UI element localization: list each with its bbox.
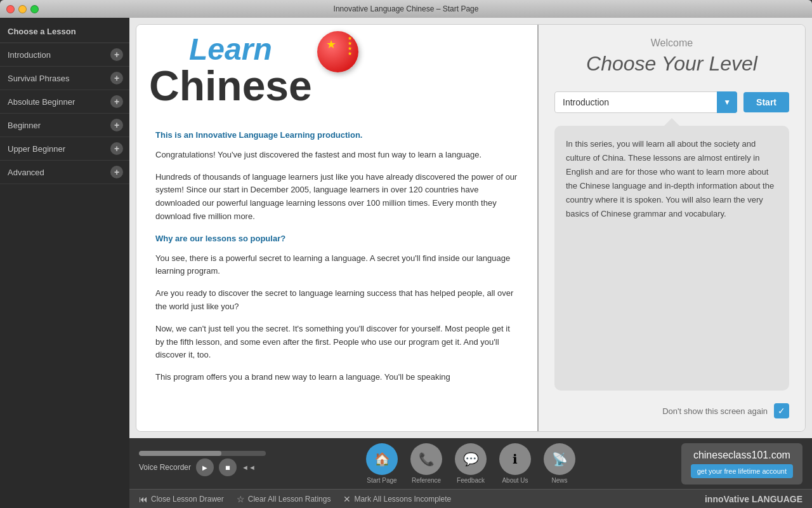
expand-icon[interactable]: +	[110, 72, 123, 84]
description-box: In this series, you will learn all about…	[554, 126, 789, 391]
sidebar: Choose a Lesson Introduction + Survival …	[0, 18, 129, 508]
paragraph-hundreds: Hundreds of thousands of language learne…	[155, 171, 518, 224]
chinese-text: Chinese	[149, 65, 312, 107]
skip-back-icon: ⏮	[139, 494, 148, 504]
learn-text: Learn	[149, 34, 312, 65]
clear-ratings[interactable]: ☆ Clear All Lesson Ratings	[237, 494, 331, 504]
paragraph-secret: You see, there is a powerful secret to l…	[155, 252, 518, 279]
voice-recorder-controls: Voice Recorder ▶ ⏹ ◄◄	[139, 458, 266, 476]
left-panel: Learn Chinese ★ ★★★★	[136, 25, 539, 431]
start-button[interactable]: Start	[743, 92, 789, 112]
home-icon: 🏠	[366, 443, 398, 475]
news-icon: 📡	[544, 443, 575, 475]
nav-start-page[interactable]: 🏠 Start Page	[366, 443, 398, 484]
sidebar-item-upper-beginner[interactable]: Upper Beginner +	[0, 137, 129, 161]
sidebar-item-label: Advanced	[8, 168, 44, 177]
paragraph-ready: Are you ready to discover the secret to …	[155, 287, 518, 314]
expand-icon[interactable]: +	[110, 142, 123, 155]
nav-about-us[interactable]: ℹ About Us	[499, 443, 531, 484]
dont-show-checkbox[interactable]: ✓	[774, 403, 789, 418]
mark-incomplete-label: Mark All Lessons Incomplete	[354, 495, 451, 504]
expand-icon[interactable]: +	[110, 119, 123, 131]
expand-icon[interactable]: +	[110, 95, 123, 108]
window-title: Innovative Language Chinese – Start Page	[334, 4, 479, 13]
nav-icons: 🏠 Start Page 📞 Reference 💬 Feedback ℹ Ab…	[272, 443, 669, 484]
sidebar-header: Choose a Lesson	[0, 18, 129, 43]
nav-reference[interactable]: 📞 Reference	[410, 443, 442, 484]
paragraph-cant: Now, we can't just tell you the secret. …	[155, 323, 518, 362]
progress-bar	[139, 451, 266, 456]
brand-area: chineseclass101.com get your free lifeti…	[676, 443, 802, 485]
mark-incomplete[interactable]: ✕ Mark All Lessons Incomplete	[343, 494, 451, 504]
dropdown-arrow-icon: ▼	[717, 91, 737, 113]
level-dropdown[interactable]: Introduction Survival Phrases Absolute B…	[554, 91, 737, 113]
sidebar-item-label: Survival Phrases	[8, 74, 70, 83]
sidebar-item-label: Upper Beginner	[8, 144, 65, 154]
clear-ratings-label: Clear All Lesson Ratings	[248, 495, 331, 504]
sidebar-item-absolute-beginner[interactable]: Absolute Beginner +	[0, 90, 129, 114]
sidebar-item-advanced[interactable]: Advanced +	[0, 161, 129, 184]
sidebar-item-label: Absolute Beginner	[8, 97, 75, 107]
content-area: Learn Chinese ★ ★★★★	[136, 24, 806, 432]
dont-show-row: Don't show this screen again ✓	[554, 403, 789, 418]
nav-news[interactable]: 📡 News	[544, 443, 575, 484]
feedback-icon: 💬	[455, 443, 487, 475]
brand-name: chineseclass101.com	[691, 450, 793, 461]
level-dropdown-wrapper: Introduction Survival Phrases Absolute B…	[554, 91, 737, 113]
title-bar: Innovative Language Chinese – Start Page	[0, 0, 812, 18]
china-flag-ball: ★ ★★★★	[317, 31, 358, 72]
level-select-row: Introduction Survival Phrases Absolute B…	[554, 91, 789, 113]
content-scroll-area[interactable]: This is an Innovative Language Learning …	[136, 116, 537, 431]
sidebar-item-label: Beginner	[8, 121, 41, 130]
expand-icon[interactable]: +	[110, 48, 123, 61]
footer-brand-text: innoVative LANGUAGE	[705, 494, 802, 504]
right-panel: Welcome Choose Your Level Introduction S…	[539, 25, 805, 431]
minimize-button[interactable]	[18, 5, 27, 13]
progress-bar-fill	[139, 451, 221, 456]
voice-recorder-area: Voice Recorder ▶ ⏹ ◄◄	[139, 451, 266, 476]
paragraph-brand-new: This program offers you a brand new way …	[155, 371, 518, 384]
main-content: Learn Chinese ★ ★★★★	[129, 18, 812, 508]
voice-recorder-label: Voice Recorder	[139, 463, 191, 472]
nav-feedback[interactable]: 💬 Feedback	[455, 443, 487, 484]
flag-star-main: ★	[326, 39, 336, 50]
sidebar-item-beginner[interactable]: Beginner +	[0, 114, 129, 137]
choose-level-heading: Choose Your Level	[554, 52, 789, 76]
stop-button[interactable]: ⏹	[219, 458, 237, 476]
close-button[interactable]	[6, 5, 15, 13]
reference-icon: 📞	[410, 443, 442, 475]
nav-ref-label: Reference	[412, 477, 441, 484]
welcome-text: Welcome	[554, 37, 789, 49]
close-lesson-drawer[interactable]: ⏮ Close Lesson Drawer	[139, 494, 224, 504]
flag-stars-small: ★★★★	[348, 36, 352, 57]
star-icon: ☆	[237, 494, 245, 504]
nav-start-label: Start Page	[367, 477, 396, 484]
footer-bar: ⏮ Close Lesson Drawer ☆ Clear All Lesson…	[129, 489, 812, 508]
x-icon: ✕	[343, 494, 351, 504]
logo-header: Learn Chinese ★ ★★★★	[136, 25, 537, 116]
footer-brand: innoVative LANGUAGE	[705, 494, 802, 504]
paragraph-why: Why are our lessons so popular?	[155, 232, 518, 246]
close-lesson-label: Close Lesson Drawer	[151, 495, 224, 504]
footer-actions: ⏮ Close Lesson Drawer ☆ Clear All Lesson…	[139, 494, 451, 504]
sidebar-item-label: Introduction	[8, 50, 51, 60]
sidebar-item-introduction[interactable]: Introduction +	[0, 43, 129, 67]
about-icon: ℹ	[499, 443, 531, 475]
maximize-button[interactable]	[30, 5, 39, 13]
get-account-button[interactable]: get your free lifetime account	[691, 464, 793, 478]
dont-show-label: Don't show this screen again	[662, 406, 768, 416]
paragraph-congrats: Congratulations! You've just discovered …	[155, 149, 518, 162]
audio-indicator: ◄◄	[242, 464, 256, 471]
app-container: Choose a Lesson Introduction + Survival …	[0, 18, 812, 508]
expand-icon[interactable]: +	[110, 166, 123, 178]
nav-news-label: News	[551, 477, 567, 484]
bottom-toolbar: Voice Recorder ▶ ⏹ ◄◄ 🏠 Start Page 📞 Ref…	[129, 438, 812, 489]
content-body: This is an Innovative Language Learning …	[155, 129, 518, 384]
play-button[interactable]: ▶	[196, 458, 214, 476]
nav-feed-label: Feedback	[457, 477, 485, 484]
window-controls	[6, 5, 39, 13]
nav-about-label: About Us	[502, 477, 528, 484]
sidebar-item-survival-phrases[interactable]: Survival Phrases +	[0, 67, 129, 90]
intro-bold: This is an Innovative Language Learning …	[155, 129, 518, 142]
app-logo: Learn Chinese ★ ★★★★	[149, 34, 358, 107]
